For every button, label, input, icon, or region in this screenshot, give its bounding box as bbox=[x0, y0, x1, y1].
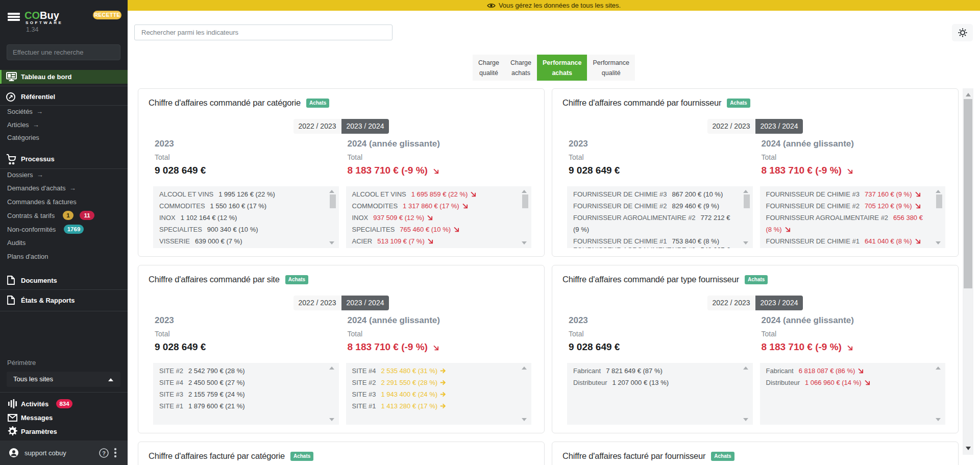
svg-text:?: ? bbox=[102, 450, 106, 456]
